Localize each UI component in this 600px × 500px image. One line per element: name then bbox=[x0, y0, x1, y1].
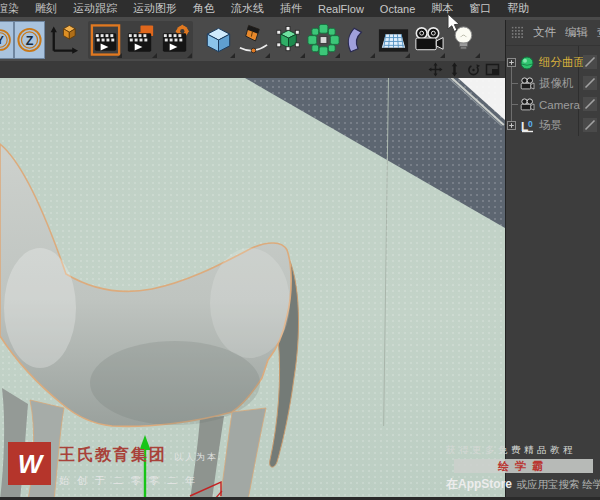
render-settings-icon bbox=[158, 22, 193, 58]
menu-window[interactable]: 窗口 bbox=[461, 1, 499, 16]
bend-deformer-icon bbox=[341, 22, 376, 58]
primitive-cube-button[interactable] bbox=[201, 21, 236, 59]
brand-slogan: 以人为本 bbox=[174, 451, 218, 464]
brand-subline: 始创于二零零二年 bbox=[59, 474, 218, 488]
toggle-view-icon[interactable] bbox=[485, 62, 500, 77]
object-row-stage[interactable]: L 0 场景 bbox=[506, 115, 600, 136]
camera-icon bbox=[519, 77, 535, 91]
object-manager-header: 文件 编辑 查看 bbox=[506, 20, 600, 46]
viewport-scene[interactable]: W 王氏教育集团 以人为本 始创于二零零二年 bbox=[0, 78, 505, 500]
camera-object-button[interactable] bbox=[411, 21, 446, 59]
object-row-subdivision-surface[interactable]: 细分曲面 bbox=[506, 52, 600, 73]
layer-toggle[interactable] bbox=[583, 76, 597, 90]
horse-shoulder-highlight bbox=[4, 248, 76, 368]
watermark-right: 获得更多免费精品教程 绘学霸 在AppStore 或应用宝搜索 绘学霸 bbox=[446, 444, 599, 493]
environment-floor-button[interactable] bbox=[376, 21, 411, 59]
object-label: Camera bbox=[539, 99, 580, 111]
y-axis-icon: Y bbox=[0, 22, 13, 58]
promo-badge: 绘学霸 bbox=[454, 459, 593, 473]
light-object-button[interactable] bbox=[446, 21, 481, 59]
viewport-header bbox=[0, 61, 505, 78]
render-settings-button[interactable] bbox=[158, 21, 193, 59]
toolbar-separator bbox=[193, 21, 201, 59]
menu-help[interactable]: 帮助 bbox=[499, 1, 537, 16]
render-view-icon bbox=[88, 22, 123, 58]
deformer-bend-button[interactable] bbox=[341, 21, 376, 59]
zoom-icon[interactable] bbox=[447, 62, 462, 77]
spline-pen-button[interactable] bbox=[236, 21, 271, 59]
menu-bar: 渲染 雕刻 运动跟踪 运动图形 角色 流水线 插件 RealFlow Octan… bbox=[0, 0, 600, 17]
svg-text:W: W bbox=[17, 449, 44, 479]
c4d-window: 渲染 雕刻 运动跟踪 运动图形 角色 流水线 插件 RealFlow Octan… bbox=[0, 0, 600, 500]
toolbar-separator bbox=[80, 21, 88, 59]
grip-handle-icon[interactable] bbox=[511, 26, 524, 39]
axis-y-button[interactable]: Y bbox=[0, 21, 14, 59]
menu-sculpt[interactable]: 雕刻 bbox=[27, 1, 65, 16]
horse-hip-highlight bbox=[210, 248, 290, 358]
appstore-line: 在AppStore 或应用宝搜索 绘学霸 bbox=[446, 474, 599, 493]
menu-octane[interactable]: Octane bbox=[372, 3, 423, 15]
promo-line: 获得更多免费精品教程 bbox=[446, 444, 599, 457]
expand-icon[interactable] bbox=[507, 121, 516, 130]
svg-text:Z: Z bbox=[26, 33, 34, 47]
camera-icon bbox=[411, 22, 446, 58]
menu-script[interactable]: 脚本 bbox=[423, 1, 461, 16]
object-manager-panel: 文件 编辑 查看 细分曲面 bbox=[505, 20, 600, 500]
coordinate-system-icon bbox=[45, 22, 80, 58]
axis-z-button[interactable]: Z bbox=[14, 21, 45, 59]
layer-toggle[interactable] bbox=[583, 55, 597, 69]
layer-toggle[interactable] bbox=[583, 118, 597, 132]
pan-icon[interactable] bbox=[428, 62, 443, 77]
appstore-search-text: 或应用宝搜索 绘学霸 bbox=[516, 478, 600, 490]
object-row-camera-cn[interactable]: 摄像机 bbox=[506, 73, 600, 94]
object-row-camera-en[interactable]: Camera bbox=[506, 94, 600, 115]
stage-icon: L 0 bbox=[519, 119, 535, 133]
floor-grid-icon bbox=[376, 22, 411, 58]
cube-icon bbox=[201, 22, 236, 58]
watermark-left: W 王氏教育集团 以人为本 始创于二零零二年 bbox=[8, 442, 218, 488]
subdivision-cube-icon bbox=[271, 22, 306, 58]
menu-render[interactable]: 渲染 bbox=[0, 1, 27, 16]
generator-array-button[interactable] bbox=[306, 21, 341, 59]
menu-character[interactable]: 角色 bbox=[185, 1, 223, 16]
menu-realflow[interactable]: RealFlow bbox=[310, 3, 372, 15]
brand-name: 王氏教育集团 bbox=[59, 445, 167, 466]
render-picture-viewer-button[interactable] bbox=[123, 21, 158, 59]
om-menu-edit[interactable]: 编辑 bbox=[565, 25, 588, 40]
promo-badge-text: 绘学霸 bbox=[498, 459, 549, 474]
menu-mograph[interactable]: 运动图形 bbox=[125, 1, 185, 16]
appstore-text: 在AppStore bbox=[446, 477, 512, 491]
horse-model[interactable] bbox=[0, 78, 505, 500]
light-bulb-icon bbox=[446, 22, 481, 58]
object-label: 场景 bbox=[539, 118, 562, 133]
om-menu-file[interactable]: 文件 bbox=[533, 25, 556, 40]
object-tree: 细分曲面 摄像机 bbox=[506, 46, 600, 136]
layer-toggle[interactable] bbox=[583, 97, 597, 111]
svg-text:0: 0 bbox=[528, 119, 533, 129]
expand-icon[interactable] bbox=[507, 58, 516, 67]
z-axis-icon: Z bbox=[15, 22, 44, 58]
menu-pipeline[interactable]: 流水线 bbox=[223, 1, 272, 16]
coordinate-system-button[interactable] bbox=[45, 21, 80, 59]
generator-subdivision-button[interactable] bbox=[271, 21, 306, 59]
render-view-button[interactable] bbox=[88, 21, 123, 59]
menu-plugins[interactable]: 插件 bbox=[272, 1, 310, 16]
object-label: 细分曲面 bbox=[539, 55, 585, 70]
w-logo-icon: W bbox=[13, 447, 47, 481]
rotate-icon[interactable] bbox=[466, 62, 481, 77]
pen-icon bbox=[236, 22, 271, 58]
array-cluster-icon bbox=[306, 22, 341, 58]
object-label: 摄像机 bbox=[539, 76, 574, 91]
horse-hind-leg-near bbox=[220, 408, 266, 500]
subdivision-surface-icon bbox=[519, 56, 535, 70]
camera-icon bbox=[519, 98, 535, 112]
menu-motion-track[interactable]: 运动跟踪 bbox=[65, 1, 125, 16]
render-picture-viewer-icon bbox=[123, 22, 158, 58]
viewport: W 王氏教育集团 以人为本 始创于二零零二年 bbox=[0, 61, 505, 500]
brand-logo: W bbox=[8, 442, 51, 485]
render-group bbox=[88, 21, 193, 59]
svg-text:Y: Y bbox=[0, 34, 4, 46]
